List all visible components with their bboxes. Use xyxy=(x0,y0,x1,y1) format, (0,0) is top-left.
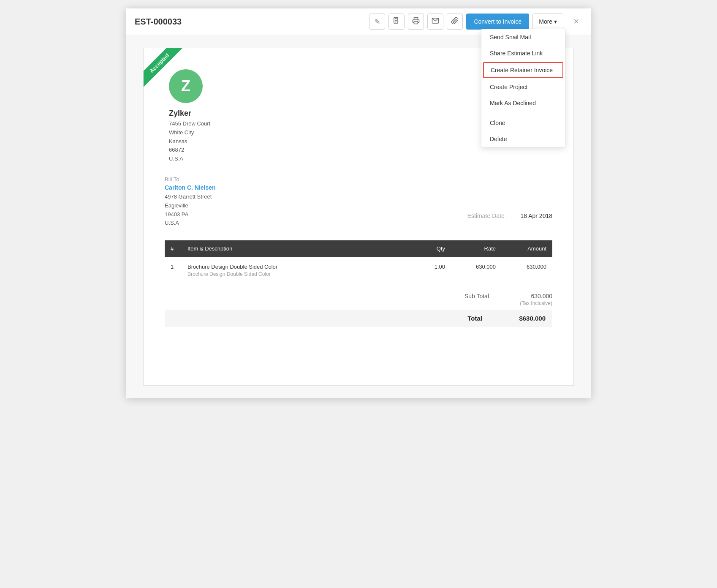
estimate-number: EST-000033 xyxy=(135,17,182,27)
dropdown-item-clone[interactable]: Clone xyxy=(481,115,565,131)
subtotal-value: 630.000 xyxy=(514,293,552,299)
company-address-line3: Kansas xyxy=(169,137,210,146)
accepted-ribbon: Accepted xyxy=(144,48,184,88)
bill-section: Bill To Carlton C. Nielsen 4978 Garrett … xyxy=(165,176,216,228)
modal-container: EST-000033 ✎ xyxy=(126,8,591,398)
bill-to-label: Bill To xyxy=(165,176,216,182)
bill-address-line2: Eagleville xyxy=(165,201,216,210)
attach-icon xyxy=(451,17,459,26)
pdf-icon xyxy=(393,17,400,26)
col-qty: Qty xyxy=(409,240,451,257)
estimate-date-value: 18 Apr 2018 xyxy=(520,212,552,219)
totals-section: Sub Total 630.000 (Tax Inclusive) Total … xyxy=(165,293,552,327)
modal-header: EST-000033 ✎ xyxy=(126,8,591,35)
print-icon xyxy=(412,17,420,26)
dropdown-item-delete[interactable]: Delete xyxy=(481,131,565,147)
pdf-button[interactable] xyxy=(388,14,405,30)
dropdown-item-create-retainer-invoice[interactable]: Create Retainer Invoice xyxy=(483,62,563,78)
ribbon-container: Accepted xyxy=(144,48,194,99)
company-address-line4: 66872 xyxy=(169,146,210,155)
table-body: 1 Brochure Design Double Sided Color Bro… xyxy=(165,257,552,284)
col-num: # xyxy=(165,240,182,257)
estimate-date-label: Estimate Date : xyxy=(467,212,508,219)
company-address: 7455 Drew Court White City Kansas 66872 … xyxy=(169,120,210,163)
bill-to-address: 4978 Garrett Street Eagleville 19403 PA … xyxy=(165,193,216,228)
row-item: Brochure Design Double Sided Color Broch… xyxy=(182,257,409,284)
row-rate: 630.000 xyxy=(451,257,502,284)
company-address-line1: 7455 Drew Court xyxy=(169,120,210,128)
bill-address-line3: 19403 PA xyxy=(165,210,216,219)
grand-total-label: Total xyxy=(432,315,482,322)
dropdown-item-create-project[interactable]: Create Project xyxy=(481,79,565,95)
subtotal-label: Sub Total xyxy=(438,293,489,299)
more-button[interactable]: More ▾ xyxy=(532,14,563,30)
close-button[interactable]: × xyxy=(570,14,582,29)
col-rate: Rate xyxy=(451,240,502,257)
email-icon xyxy=(432,17,439,26)
bill-address-line4: U.S.A xyxy=(165,219,216,228)
table-row: 1 Brochure Design Double Sided Color Bro… xyxy=(165,257,552,284)
bill-address-line1: 4978 Garrett Street xyxy=(165,193,216,201)
company-address-line5: U.S.A xyxy=(169,155,210,163)
subtotal-row: Sub Total 630.000 xyxy=(438,293,552,299)
col-item: Item & Description xyxy=(182,240,409,257)
tax-note: (Tax Inclusive) xyxy=(520,300,552,306)
dropdown-divider xyxy=(481,113,565,113)
company-address-line2: White City xyxy=(169,128,210,137)
dropdown-item-share-estimate-link[interactable]: Share Estimate Link xyxy=(481,45,565,61)
row-amount: 630.000 xyxy=(502,257,552,284)
print-button[interactable] xyxy=(408,14,424,30)
company-name: Zylker xyxy=(169,109,191,118)
grand-total-row: Total $630.000 xyxy=(165,310,552,327)
edit-icon: ✎ xyxy=(375,18,380,26)
dropdown-item-send-snail-mail[interactable]: Send Snail Mail xyxy=(481,29,565,45)
chevron-down-icon: ▾ xyxy=(554,18,557,25)
attach-button[interactable] xyxy=(447,14,463,30)
items-table: # Item & Description Qty Rate Amount 1 B… xyxy=(165,240,552,284)
bill-to-name: Carlton C. Nielsen xyxy=(165,184,216,191)
estimate-date-row: Estimate Date : 18 Apr 2018 xyxy=(467,212,552,219)
row-qty: 1.00 xyxy=(409,257,451,284)
svg-rect-3 xyxy=(414,22,418,24)
dropdown-menu: Send Snail Mail Share Estimate Link Crea… xyxy=(481,29,565,147)
dropdown-item-mark-as-declined[interactable]: Mark As Declined xyxy=(481,95,565,111)
col-amount: Amount xyxy=(502,240,552,257)
table-header: # Item & Description Qty Rate Amount xyxy=(165,240,552,257)
header-actions: ✎ Convert to In xyxy=(369,14,582,30)
edit-button[interactable]: ✎ xyxy=(369,14,385,30)
row-num: 1 xyxy=(165,257,182,284)
grand-total-value: $630.000 xyxy=(508,315,546,322)
convert-to-invoice-button[interactable]: Convert to Invoice xyxy=(466,14,529,30)
email-button[interactable] xyxy=(427,14,443,30)
